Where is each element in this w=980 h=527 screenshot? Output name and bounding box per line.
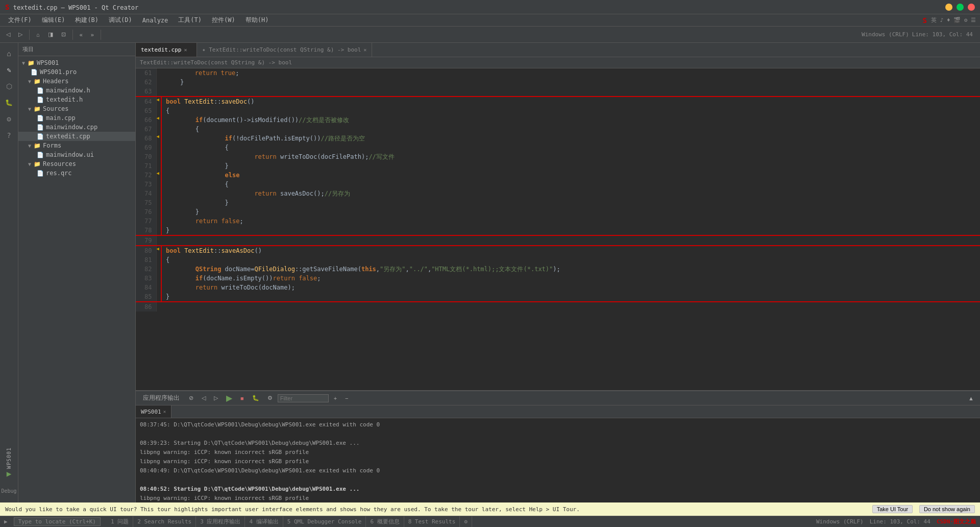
file-icon-textedit-cpp: 📄 [37, 133, 44, 140]
menu-tools[interactable]: 工具(T) [174, 15, 206, 26]
title-label: textedit.cpp — WPS001 - Qt Creator [13, 4, 139, 11]
status-tab-qml[interactable]: 5 QML Debugger Console [283, 516, 366, 528]
maximize-button[interactable] [957, 4, 964, 11]
tab-close-writetodoc[interactable]: ✕ [363, 47, 366, 53]
tab-close-textedit-cpp[interactable]: ✕ [184, 47, 187, 53]
toolbar-forward[interactable]: ▷ [15, 30, 26, 39]
output-filter-input[interactable] [278, 394, 329, 402]
wps-side-label: WPS001 [6, 447, 12, 469]
tree-item-textedit-h[interactable]: 📄 textedit.h [18, 95, 135, 104]
tree-item-wps001pro[interactable]: 📄 WPS001.pro [18, 67, 135, 77]
status-tab-app-output[interactable]: 3 应用程序输出 [196, 516, 245, 528]
line-marker-78 [156, 226, 161, 235]
line-marker-68: ◀ [156, 134, 161, 143]
line-num-69: 69 [136, 143, 156, 152]
sidebar-debug-run[interactable]: Debug [2, 483, 17, 498]
menu-file[interactable]: 文件(F) [4, 15, 36, 26]
locate-input[interactable]: Type to locate (Ctrl+K) [14, 517, 101, 526]
output-debug[interactable]: 🐛 [249, 393, 262, 403]
toolbar-prev-loc[interactable]: ⌂ [33, 30, 43, 39]
tree-item-sources[interactable]: ▼ 📁 Sources [18, 104, 135, 113]
tree-item-resources[interactable]: ▼ 📁 Resources [18, 159, 135, 169]
output-tab-close[interactable]: ✕ [163, 409, 166, 414]
table-row: 69 { [136, 143, 980, 152]
tree-item-main-cpp[interactable]: 📄 main.cpp [18, 113, 135, 123]
file-icon-res-qrc: 📄 [37, 170, 44, 177]
line-num-83: 83 [136, 274, 156, 283]
status-left: ▶ Type to locate (Ctrl+K) 1 问题 2 Search … [4, 516, 472, 528]
line-num-79: 79 [136, 235, 156, 246]
code-content[interactable]: 61 return true; 62 } 63 [136, 68, 980, 312]
line-num-62: 62 [136, 78, 156, 87]
menu-edit[interactable]: 编辑(E) [38, 15, 69, 26]
status-tab-search[interactable]: 2 Search Results [133, 516, 196, 528]
status-tab-compile[interactable]: 4 编译输出 [245, 516, 283, 528]
menu-help[interactable]: 帮助(H) [241, 15, 273, 26]
line-num-71: 71 [136, 161, 156, 171]
sidebar-edit[interactable]: ✎ [2, 62, 17, 78]
output-add[interactable]: + [331, 394, 340, 403]
tree-label-textedit-cpp: textedit.cpp [46, 133, 90, 140]
status-tab-tests[interactable]: 8 Test Results [404, 516, 460, 528]
sidebar-design[interactable]: ⬡ [2, 79, 17, 94]
take-tour-button[interactable]: Take UI Tour [872, 505, 913, 513]
tooltip-message: Would you like to take a quick UI tour? … [5, 506, 580, 513]
line-num-77: 77 [136, 217, 156, 226]
table-row: 65 { [136, 106, 980, 115]
tab-textedit-cpp[interactable]: textedit.cpp ✕ [136, 43, 197, 57]
toolbar-options[interactable]: ⊡ [58, 30, 69, 39]
tree-item-mainwindow-cpp[interactable]: 📄 mainwindow.cpp [18, 123, 135, 132]
menu-bar: 文件(F) 编辑(E) 构建(B) 调试(D) Analyze 工具(T) 控件… [0, 14, 980, 27]
output-remove[interactable]: − [342, 394, 351, 403]
tree-item-forms[interactable]: ▼ 📁 Forms [18, 141, 135, 150]
tree-item-wps001[interactable]: ▼ 📁 WPS001 [18, 58, 135, 67]
toolbar-next-loc[interactable]: ◨ [45, 30, 56, 39]
sidebar-project[interactable]: ⚙ [2, 111, 17, 127]
project-tree[interactable]: ▼ 📁 WPS001 📄 WPS001.pro ▼ 📁 Headers 📄 ma… [18, 56, 135, 502]
output-next[interactable]: ▷ [211, 393, 221, 403]
menu-build[interactable]: 构建(B) [71, 15, 103, 26]
tree-item-res-qrc[interactable]: 📄 res.qrc [18, 169, 135, 178]
output-line-6: 08:40:49: D:\QT\qtCode\WPS001\Debug\debu… [140, 466, 976, 475]
output-stop[interactable]: ■ [237, 394, 247, 403]
tree-item-headers[interactable]: ▼ 📁 Headers [18, 77, 135, 86]
menu-debug[interactable]: 调试(D) [105, 15, 136, 26]
sidebar-wps-label[interactable]: WPS001 [2, 448, 17, 464]
output-clear[interactable]: ⊘ [186, 393, 197, 403]
sidebar-welcome[interactable]: ⌂ [2, 46, 17, 61]
sidebar-help[interactable]: ? [2, 128, 17, 143]
tab-writetodoc[interactable]: ✦ TextEdit::writeToDoc(const QString &) … [197, 43, 372, 57]
output-line-2 [140, 429, 976, 439]
tree-item-mainwindowh[interactable]: 📄 mainwindow.h [18, 86, 135, 95]
do-not-show-button[interactable]: Do not show again [919, 505, 975, 513]
tree-label-res-qrc: res.qrc [46, 170, 72, 177]
status-tab-general[interactable]: 6 概要信息 [366, 516, 404, 528]
code-line-81: { [161, 255, 980, 265]
table-row: 85 } [136, 292, 980, 302]
table-row: 73 { [136, 180, 980, 189]
window-controls [945, 4, 975, 11]
minimize-button[interactable] [945, 4, 952, 11]
status-tab-problems[interactable]: 1 问题 [107, 516, 133, 528]
table-row: 78 } [136, 226, 980, 235]
output-content[interactable]: 08:37:45: D:\QT\qtCode\WPS001\Debug\debu… [136, 418, 980, 502]
menu-analyze[interactable]: Analyze [138, 16, 173, 25]
close-button[interactable] [968, 4, 975, 11]
file-icon-mainwindowh: 📄 [37, 87, 44, 94]
tree-label-resources: Resources [43, 160, 76, 167]
toolbar-back[interactable]: ◁ [3, 30, 13, 39]
output-settings[interactable]: ⚙ [264, 393, 276, 403]
menu-controls[interactable]: 控件(W) [208, 15, 239, 26]
table-row: 84 return writeToDoc(docName); [136, 283, 980, 292]
status-tab-arrow[interactable]: ⚙ [460, 516, 472, 528]
sidebar-debug[interactable]: 🐛 [2, 95, 17, 110]
table-row: 66 ◀ if(document()->isModified())//文档是否被… [136, 115, 980, 125]
output-collapse[interactable]: ▲ [965, 394, 977, 403]
output-run[interactable]: ▶ [223, 392, 235, 404]
output-prev[interactable]: ◁ [199, 393, 209, 403]
toolbar-nav-prev[interactable]: « [77, 30, 86, 39]
toolbar-nav-next[interactable]: » [88, 30, 97, 39]
tree-item-textedit-cpp[interactable]: 📄 textedit.cpp [18, 132, 135, 141]
tree-item-mainwindow-ui[interactable]: 📄 mainwindow.ui [18, 150, 135, 159]
output-tab-wps001[interactable]: WPS001 ✕ [136, 405, 172, 418]
